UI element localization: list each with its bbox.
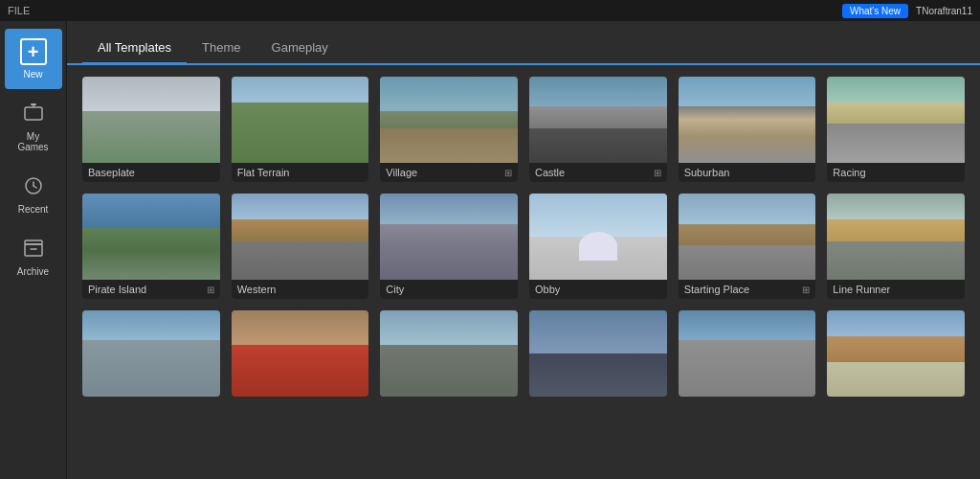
- topbar-right: What's New TNoraftran11: [842, 4, 972, 18]
- template-label-starting-place: Starting Place ⊞: [679, 280, 816, 299]
- pirate-multiplayer-icon: ⊞: [207, 285, 214, 295]
- topbar-username: TNoraftran11: [916, 6, 972, 16]
- template-label-village: Village ⊞: [380, 163, 518, 182]
- template-card-flat-terrain[interactable]: Flat Terrain: [232, 77, 369, 182]
- sidebar-item-new[interactable]: + New: [5, 29, 62, 89]
- template-card-city[interactable]: City: [380, 194, 518, 299]
- svg-rect-7: [25, 240, 42, 244]
- template-card-racing[interactable]: Racing: [827, 77, 965, 182]
- template-label-pirate-island: Pirate Island ⊞: [82, 280, 220, 299]
- template-thumb-castle: [529, 77, 667, 163]
- svg-rect-2: [31, 103, 36, 105]
- template-card-line-runner[interactable]: Line Runner: [827, 194, 965, 299]
- template-card-bottom3[interactable]: [380, 310, 518, 397]
- template-label-racing: Racing: [827, 163, 965, 182]
- svg-rect-0: [25, 107, 42, 120]
- template-thumb-bottom5: [679, 310, 816, 397]
- template-label-city: City: [380, 280, 518, 299]
- castle-multiplayer-icon: ⊞: [654, 168, 661, 178]
- template-thumb-bottom6: [827, 310, 965, 397]
- sidebar-archive-label: Archive: [17, 266, 49, 277]
- sidebar-item-archive[interactable]: Archive: [5, 228, 62, 286]
- template-thumb-western: [232, 194, 369, 280]
- template-card-starting-place[interactable]: Starting Place ⊞: [679, 194, 816, 299]
- template-grid-container: Baseplate Flat Terrain Village ⊞: [67, 65, 980, 479]
- template-card-western[interactable]: Western: [232, 194, 369, 299]
- template-label-suburban: Suburban: [679, 163, 816, 182]
- new-plus-icon: +: [20, 38, 47, 65]
- sidebar-recent-label: Recent: [18, 204, 49, 215]
- template-card-bottom6[interactable]: [827, 310, 965, 397]
- topbar-file-label: FILE: [8, 5, 30, 16]
- template-card-bottom1[interactable]: [82, 310, 220, 397]
- template-thumb-village: [380, 77, 518, 163]
- sidebar: + New My Games Recent: [0, 21, 67, 479]
- template-card-suburban[interactable]: Suburban: [679, 77, 816, 182]
- template-thumb-flat-terrain: [232, 77, 369, 163]
- template-label-obby: Obby: [529, 280, 667, 299]
- template-card-bottom2[interactable]: [232, 310, 369, 397]
- village-multiplayer-icon: ⊞: [504, 168, 512, 178]
- template-thumb-baseplate: [82, 77, 220, 163]
- tab-bar: All Templates Theme Gameplay: [67, 21, 980, 65]
- tab-gameplay[interactable]: Gameplay: [256, 33, 344, 65]
- template-thumb-bottom2: [232, 310, 369, 397]
- template-thumb-line-runner: [827, 194, 965, 280]
- template-grid: Baseplate Flat Terrain Village ⊞: [82, 77, 965, 397]
- template-thumb-bottom4: [529, 310, 667, 397]
- content-area: All Templates Theme Gameplay Baseplate F…: [67, 21, 980, 479]
- template-card-village[interactable]: Village ⊞: [380, 77, 518, 182]
- template-label-western: Western: [232, 280, 369, 299]
- sidebar-item-my-games[interactable]: My Games: [5, 93, 62, 162]
- template-thumb-starting-place: [679, 194, 816, 280]
- template-label-line-runner: Line Runner: [827, 280, 965, 299]
- template-label-castle: Castle ⊞: [529, 163, 667, 182]
- svg-line-5: [33, 186, 36, 188]
- whats-new-button[interactable]: What's New: [842, 4, 908, 18]
- template-thumb-city: [380, 194, 518, 280]
- template-thumb-bottom3: [380, 310, 518, 397]
- template-thumb-racing: [827, 77, 965, 163]
- template-thumb-bottom1: [82, 310, 220, 397]
- tab-all-templates[interactable]: All Templates: [82, 33, 187, 65]
- template-card-pirate-island[interactable]: Pirate Island ⊞: [82, 194, 220, 299]
- template-thumb-suburban: [679, 77, 816, 163]
- starting-place-multiplayer-icon: ⊞: [802, 285, 810, 295]
- sidebar-my-games-label: My Games: [11, 131, 56, 152]
- svg-rect-6: [25, 244, 42, 256]
- sidebar-new-label: New: [23, 69, 42, 80]
- main-layout: + New My Games Recent: [0, 21, 980, 479]
- template-card-obby[interactable]: Obby: [529, 194, 667, 299]
- template-card-baseplate[interactable]: Baseplate: [82, 77, 220, 182]
- topbar: FILE What's New TNoraftran11: [0, 0, 980, 21]
- tab-theme[interactable]: Theme: [187, 33, 256, 65]
- recent-icon: [23, 175, 44, 201]
- template-label-flat-terrain: Flat Terrain: [232, 163, 369, 182]
- template-card-bottom4[interactable]: [529, 310, 667, 397]
- obby-shape-decoration: [579, 232, 617, 261]
- sidebar-item-recent[interactable]: Recent: [5, 166, 62, 224]
- template-card-bottom5[interactable]: [679, 310, 816, 397]
- archive-icon: [23, 238, 44, 263]
- template-thumb-pirate-island: [82, 194, 220, 280]
- template-label-baseplate: Baseplate: [82, 163, 220, 182]
- template-card-castle[interactable]: Castle ⊞: [529, 77, 667, 182]
- my-games-icon: [23, 103, 44, 128]
- template-thumb-obby: [529, 194, 667, 280]
